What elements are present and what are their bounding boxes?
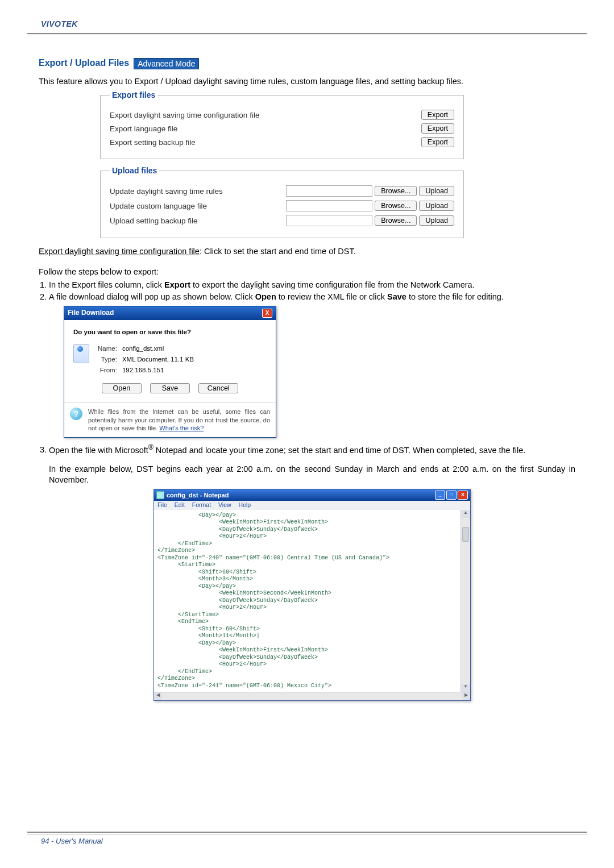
step-3: Open the file with Microsoft® Notepad an…	[49, 443, 575, 701]
export-button[interactable]: Export	[421, 123, 454, 134]
step-1: In the Export files column, click Export…	[49, 280, 575, 290]
minimize-icon[interactable]: _	[435, 491, 445, 500]
export-row-label: Export daylight saving time configuratio…	[110, 111, 421, 119]
description-line: Export daylight saving time configuratio…	[39, 246, 575, 258]
file-path-input[interactable]	[286, 185, 372, 197]
close-icon[interactable]: X	[458, 491, 468, 500]
close-icon[interactable]: X	[262, 309, 272, 318]
horizontal-scrollbar[interactable]: ◀ ▶	[154, 692, 470, 700]
file-path-input[interactable]	[286, 200, 372, 211]
export-row-label: Export language file	[110, 124, 421, 133]
upload-row-label: Upload setting backup file	[110, 217, 286, 225]
steps-intro: Follow the steps below to export:	[39, 267, 575, 278]
divider	[27, 33, 587, 34]
browse-button[interactable]: Browse...	[375, 201, 417, 211]
whats-the-risk-link[interactable]: What's the risk?	[159, 425, 204, 431]
file-info-table: Name:config_dst.xml Type:XML Document, 1…	[96, 343, 196, 377]
upload-button[interactable]: Upload	[419, 201, 454, 211]
file-download-dialog: File Download X Do you want to open or s…	[64, 306, 276, 437]
browse-button[interactable]: Browse...	[375, 186, 417, 196]
scroll-right-icon[interactable]: ▶	[462, 692, 470, 700]
cancel-button[interactable]: Cancel	[198, 383, 238, 393]
intro-text: This feature allows you to Export / Uplo…	[39, 76, 587, 87]
file-type-icon	[73, 344, 89, 363]
save-button[interactable]: Save	[150, 383, 190, 393]
export-files-legend: Export files	[110, 90, 157, 99]
scroll-thumb[interactable]	[462, 527, 469, 542]
mode-badge: Advanced Mode	[134, 58, 199, 69]
example-text: In the example below, DST begins each ye…	[49, 464, 575, 485]
scroll-up-icon[interactable]: ▲	[461, 510, 470, 518]
export-files-panel: Export files Export daylight saving time…	[100, 90, 464, 159]
vertical-scrollbar[interactable]: ▲ ▼	[460, 510, 470, 692]
brand-header: VIVOTEK	[27, 19, 587, 28]
notepad-icon	[156, 491, 164, 499]
upload-files-legend: Upload files	[110, 166, 159, 175]
dialog-title: File Download	[68, 309, 114, 318]
scroll-left-icon[interactable]: ◀	[154, 692, 162, 700]
warning-icon: ?	[70, 408, 82, 420]
upload-row-label: Update custom language file	[110, 202, 286, 210]
open-button[interactable]: Open	[102, 383, 142, 393]
upload-button[interactable]: Upload	[419, 186, 454, 196]
notepad-window: config_dst - Notepad _ □ X File Edit For…	[154, 489, 471, 701]
notepad-menu[interactable]: File Edit Format View Help	[154, 501, 470, 510]
export-button[interactable]: Export	[421, 137, 454, 147]
page-footer: 94 - User's Manual	[27, 832, 587, 845]
notepad-title: config_dst - Notepad	[167, 491, 229, 500]
upload-row-label: Update daylight saving time rules	[110, 187, 286, 196]
dialog-question: Do you want to open or save this file?	[73, 328, 267, 337]
divider	[27, 35, 587, 35]
upload-files-panel: Upload files Update daylight saving time…	[100, 166, 464, 238]
footer-text: 94 - User's Manual	[27, 834, 587, 845]
scroll-down-icon[interactable]: ▼	[461, 684, 470, 692]
steps-list: In the Export files column, click Export…	[39, 280, 575, 701]
step-2: A file download dialog will pop up as sh…	[49, 292, 575, 437]
warning-text: While files from the Internet can be use…	[88, 408, 270, 433]
maximize-icon[interactable]: □	[446, 491, 457, 500]
upload-button[interactable]: Upload	[419, 215, 454, 226]
notepad-text-area[interactable]: <Day></Day> <WeekInMonth>First</WeekInMo…	[154, 510, 460, 692]
export-button[interactable]: Export	[421, 110, 454, 120]
section-title: Export / Upload Files	[39, 58, 129, 68]
browse-button[interactable]: Browse...	[375, 215, 417, 226]
file-path-input[interactable]	[286, 215, 372, 226]
export-row-label: Export setting backup file	[110, 138, 421, 147]
